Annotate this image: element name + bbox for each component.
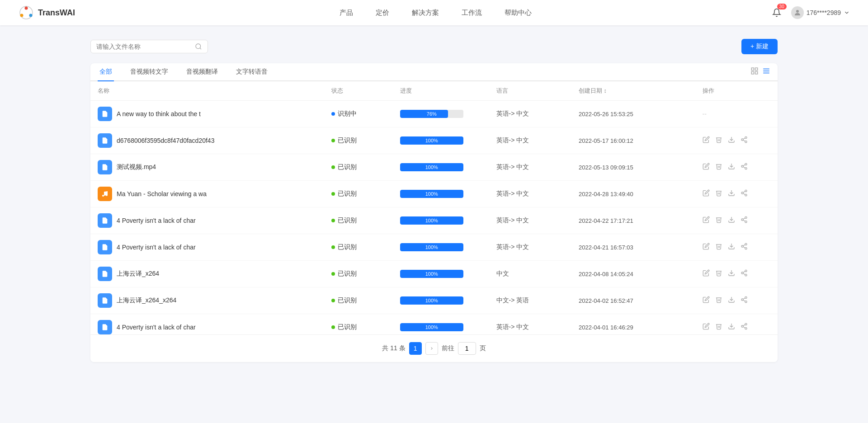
tab-audio-to-text[interactable]: 音视频转文字	[128, 63, 170, 81]
file-cell: 4 Poverty isn't a lack of char	[98, 240, 317, 254]
download-button[interactable]	[728, 269, 735, 278]
svg-point-59	[745, 323, 747, 325]
language-text: 英语-> 中文	[496, 163, 529, 170]
search-input[interactable]	[96, 43, 191, 50]
status-dot	[331, 192, 335, 196]
goto-prefix: 前往	[442, 344, 454, 352]
svg-point-53	[745, 296, 747, 298]
download-button[interactable]	[728, 136, 735, 145]
toolbar: + 新建	[90, 39, 778, 54]
nav-product[interactable]: 产品	[340, 9, 353, 17]
svg-point-30	[741, 192, 743, 194]
share-button[interactable]	[741, 296, 748, 305]
table-row: 4 Poverty isn't a lack of char 已识别 100% …	[90, 234, 778, 261]
file-name-cell: 上海云译_x264_x264	[90, 287, 324, 314]
tab-text-to-speech[interactable]: 文字转语音	[234, 63, 269, 81]
new-button[interactable]: + 新建	[741, 39, 778, 54]
search-box[interactable]	[90, 40, 208, 53]
date-text: 2022-04-01 16:46:29	[579, 324, 633, 331]
svg-point-49	[745, 274, 747, 276]
date-text: 2022-04-08 14:05:24	[579, 271, 633, 277]
next-page-button[interactable]	[425, 342, 438, 355]
delete-button[interactable]	[715, 243, 722, 252]
tab-all[interactable]: 全部	[98, 63, 114, 81]
tab-audio-translate[interactable]: 音视频翻译	[184, 63, 220, 81]
nav-pricing[interactable]: 定价	[376, 9, 389, 17]
action-cell	[695, 181, 778, 207]
edit-button[interactable]	[703, 296, 710, 305]
share-button[interactable]	[741, 136, 748, 145]
delete-button[interactable]	[715, 136, 722, 145]
svg-point-61	[745, 328, 747, 329]
share-button[interactable]	[741, 243, 748, 252]
download-button[interactable]	[728, 243, 735, 252]
table-scroll[interactable]: 名称 状态 进度 语言 创建日期 ↕ 操作 A new way to think…	[90, 81, 778, 334]
delete-button[interactable]	[715, 296, 722, 305]
file-icon	[98, 213, 112, 228]
status-cell: 已识别	[324, 127, 393, 154]
share-button[interactable]	[741, 216, 748, 225]
notification-button[interactable]: 30	[769, 5, 784, 20]
svg-line-57	[743, 298, 745, 299]
status-cell: 已识别	[324, 234, 393, 261]
delete-button[interactable]	[715, 269, 722, 278]
status-dot	[331, 165, 335, 169]
svg-point-5	[196, 44, 201, 49]
action-buttons	[703, 296, 770, 305]
edit-button[interactable]	[703, 243, 710, 252]
download-button[interactable]	[728, 163, 735, 172]
share-button[interactable]	[741, 269, 748, 278]
edit-button[interactable]	[703, 163, 710, 172]
svg-point-43	[745, 248, 747, 249]
status-cell: 识别中	[324, 101, 393, 127]
svg-point-4	[796, 10, 799, 13]
share-button[interactable]	[741, 189, 748, 198]
nav-workflow[interactable]: 工作流	[462, 9, 482, 17]
status-indicator: 已识别	[331, 190, 386, 198]
download-button[interactable]	[728, 216, 735, 225]
nav-solutions[interactable]: 解决方案	[412, 9, 439, 17]
status-text: 识别中	[338, 110, 357, 118]
notification-badge: 30	[777, 4, 787, 9]
download-button[interactable]	[728, 189, 735, 198]
list-view-button[interactable]	[762, 67, 770, 77]
svg-line-32	[743, 193, 745, 195]
avatar	[791, 6, 804, 19]
logo[interactable]: TransWAI	[18, 5, 75, 21]
delete-button[interactable]	[715, 323, 722, 332]
delete-button[interactable]	[715, 216, 722, 225]
progress-cell: 76%	[393, 101, 489, 127]
share-button[interactable]	[741, 323, 748, 332]
share-button[interactable]	[741, 163, 748, 172]
edit-button[interactable]	[703, 136, 710, 145]
goto-page-input[interactable]	[458, 342, 476, 355]
date-text: 2022-04-21 16:57:03	[579, 244, 633, 251]
progress-label: 76%	[427, 111, 437, 117]
table-row: d6768006f3595dc8f47d0facd20f43 已识别 100% …	[90, 127, 778, 154]
edit-button[interactable]	[703, 323, 710, 332]
delete-button[interactable]	[715, 163, 722, 172]
progress-label: 100%	[425, 138, 438, 143]
progress-cell: 100%	[393, 154, 489, 181]
status-indicator: 已识别	[331, 243, 386, 251]
edit-button[interactable]	[703, 216, 710, 225]
file-name-text: 测试视频.mp4	[117, 163, 156, 171]
action-buttons	[703, 269, 770, 278]
user-info[interactable]: 176****2989	[791, 6, 850, 19]
svg-point-16	[741, 139, 743, 141]
download-button[interactable]	[728, 323, 735, 332]
edit-button[interactable]	[703, 189, 710, 198]
delete-button[interactable]	[715, 189, 722, 198]
edit-button[interactable]	[703, 269, 710, 278]
language-cell: 英语-> 中文	[489, 234, 571, 261]
date-cell: 2022-05-17 16:00:12	[571, 127, 695, 154]
col-header-date[interactable]: 创建日期 ↕	[571, 81, 695, 101]
status-cell: 已识别	[324, 207, 393, 234]
grid-view-button[interactable]	[750, 67, 759, 77]
language-cell: 英语-> 中文	[489, 154, 571, 181]
nav-help[interactable]: 帮助中心	[505, 9, 532, 17]
file-icon	[98, 293, 112, 308]
page-1-button[interactable]: 1	[409, 342, 422, 355]
progress-label: 100%	[425, 164, 438, 170]
download-button[interactable]	[728, 296, 735, 305]
